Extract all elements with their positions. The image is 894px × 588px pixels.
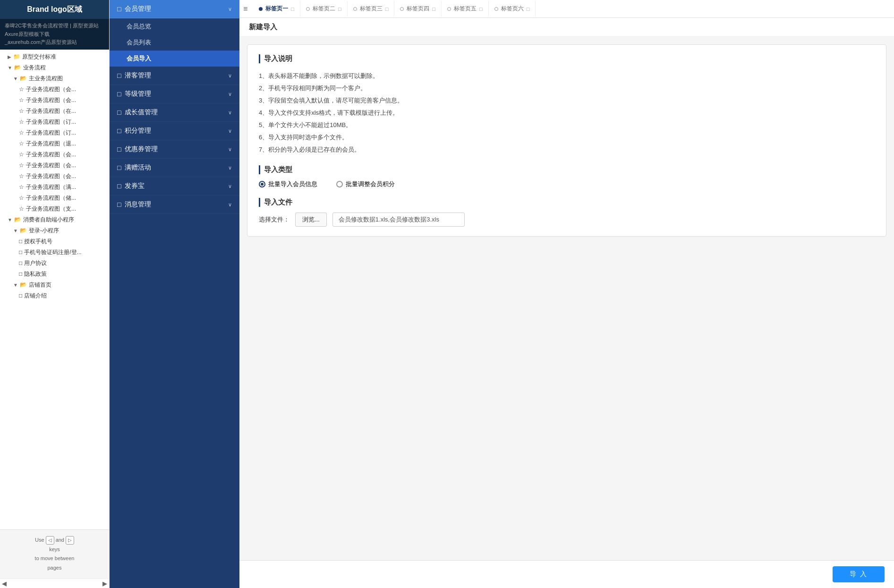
left-scroll-area: ◀ ▶ <box>0 579 109 588</box>
checkbox-icon: □ <box>117 182 121 190</box>
file-label: 选择文件： <box>259 215 289 224</box>
tab-close-btn[interactable]: □ <box>385 6 389 12</box>
list-item[interactable]: ☆ 子业务流程图（会... <box>0 160 109 171</box>
nav-item-message[interactable]: □ 消息管理 ∨ <box>110 196 239 214</box>
content-area: 导入说明 1、表头标题不能删除，示例数据可以删除。 2、手机号字段相同判断为同一… <box>239 37 894 560</box>
tree-panel[interactable]: ▶ 📁 原型交付标准 ▼ 📂 业务流程 ▼ 📂 主业务流程图 ☆ 子业务流程图（… <box>0 50 109 529</box>
tab-close-btn[interactable]: □ <box>432 6 435 12</box>
checkbox-icon: □ <box>117 5 121 13</box>
tab-2[interactable]: 标签页二 □ <box>300 1 348 17</box>
radio-group-import-type: 批量导入会员信息 批量调整会员积分 <box>259 180 875 188</box>
tab-4[interactable]: 标签页四 □ <box>394 1 442 17</box>
bottom-action-bar: 导 入 <box>239 560 894 588</box>
list-item[interactable]: □ 手机号验证码注册/登... <box>0 247 109 258</box>
tab-close-btn[interactable]: □ <box>479 6 483 12</box>
tab-3[interactable]: 标签页三 □ <box>348 1 395 17</box>
bottom-hint-area: Use ◁ and ▷ keys to move between pages <box>0 529 109 579</box>
nav-item-send-coupon[interactable]: □ 发券宝 ∨ <box>110 177 239 196</box>
page-icon: ☆ <box>19 108 24 114</box>
right-arrow-key: ▷ <box>66 536 74 545</box>
chevron-down-icon: ∨ <box>228 110 232 116</box>
page-icon: ☆ <box>19 195 24 201</box>
nav-sub-member-overview[interactable]: 会员总览 <box>110 18 239 34</box>
browse-button[interactable]: 浏览... <box>295 213 327 227</box>
tab-6[interactable]: 标签页六 □ <box>489 1 536 17</box>
tab-1[interactable]: 标签页一 □ <box>253 1 300 17</box>
list-item[interactable]: ☆ 子业务流程图（退... <box>0 138 109 149</box>
tree-arrow: ▼ <box>8 65 12 70</box>
site-info: 泰啤2C零售业务会流程管理 | 原型资源站 Axure原型模板下载 _axure… <box>0 19 109 50</box>
tab-inactive-dot <box>400 7 404 11</box>
list-item[interactable]: □ 店铺介绍 <box>0 290 109 301</box>
tabs-bar: ≡ 标签页一 □ 标签页二 □ 标签页三 □ 标签页四 □ 标签页五 □ <box>239 0 894 18</box>
folder-open-icon: 📂 <box>20 281 27 288</box>
file-names-display: 会员修改数据1.xls,会员修改数据3.xls <box>332 213 465 227</box>
left-arrow-key: ◁ <box>46 536 54 545</box>
nav-item-coupon[interactable]: □ 优惠券管理 ∨ <box>110 140 239 159</box>
nav-sub-member-import[interactable]: 会员导入 <box>110 51 239 67</box>
nav-sub-member-list[interactable]: 会员列表 <box>110 34 239 51</box>
tree-item-business-flow[interactable]: ▼ 📂 业务流程 <box>0 62 109 73</box>
chevron-down-icon: ∨ <box>228 128 232 134</box>
tab-inactive-dot <box>447 7 451 11</box>
page-icon: □ <box>19 238 22 245</box>
list-item[interactable]: ☆ 子业务流程图（会... <box>0 171 109 182</box>
list-item[interactable]: ☆ 子业务流程图（会... <box>0 95 109 106</box>
nav-item-points[interactable]: □ 积分管理 ∨ <box>110 122 239 140</box>
nav-item-level[interactable]: □ 等级管理 ∨ <box>110 85 239 103</box>
tree-item-main-flow[interactable]: ▼ 📂 主业务流程图 <box>0 73 109 84</box>
instructions-title: 导入说明 <box>259 54 875 63</box>
radio-batch-points[interactable]: 批量调整会员积分 <box>336 180 395 188</box>
tree-arrow: ▼ <box>13 76 18 81</box>
import-card: 导入说明 1、表头标题不能删除，示例数据可以删除。 2、手机号字段相同判断为同一… <box>247 44 886 237</box>
list-item[interactable]: ☆ 子业务流程图（会... <box>0 84 109 95</box>
import-button[interactable]: 导 入 <box>833 566 885 582</box>
list-item[interactable]: ☆ 子业务流程图（满... <box>0 182 109 193</box>
radio-batch-member[interactable]: 批量导入会员信息 <box>259 180 317 188</box>
nav-item-growth[interactable]: □ 成长值管理 ∨ <box>110 103 239 122</box>
tab-inactive-dot <box>494 7 498 11</box>
scroll-left-btn[interactable]: ◀ <box>2 580 7 587</box>
file-select-row: 选择文件： 浏览... 会员修改数据1.xls,会员修改数据3.xls <box>259 213 875 227</box>
list-item[interactable]: ☆ 子业务流程图（会... <box>0 149 109 160</box>
list-item[interactable]: □ 授权手机号 <box>0 236 109 247</box>
list-item[interactable]: ☆ 子业务流程图（订... <box>0 128 109 138</box>
page-icon: ☆ <box>19 86 24 93</box>
tab-5[interactable]: 标签页五 □ <box>442 1 489 17</box>
page-icon: ☆ <box>19 162 24 169</box>
chevron-down-icon: ∨ <box>228 202 232 208</box>
checkbox-icon: □ <box>117 72 121 79</box>
list-item[interactable]: ☆ 子业务流程图（在... <box>0 106 109 117</box>
list-item[interactable]: □ 用户协议 <box>0 258 109 269</box>
nav-item-gift[interactable]: □ 满赠活动 ∨ <box>110 159 239 177</box>
list-item[interactable]: ☆ 子业务流程图（订... <box>0 117 109 128</box>
radio-unselected-indicator <box>336 181 343 187</box>
list-item[interactable]: □ 隐私政策 <box>0 269 109 280</box>
tree-item-login[interactable]: ▼ 📂 登录-小程序 <box>0 225 109 236</box>
checkbox-icon: □ <box>117 145 121 153</box>
checkbox-icon: □ <box>117 201 121 208</box>
tree-item-store-home[interactable]: ▼ 📂 店铺首页 <box>0 280 109 290</box>
nav-item-member-management[interactable]: □ 会员管理 ∨ <box>110 0 239 18</box>
import-type-title: 导入类型 <box>259 165 875 174</box>
checkbox-icon: □ <box>117 127 121 135</box>
tab-close-btn[interactable]: □ <box>291 6 294 12</box>
import-file-title: 导入文件 <box>259 198 875 207</box>
hamburger-icon[interactable]: ≡ <box>243 5 247 13</box>
page-icon: ☆ <box>19 184 24 190</box>
list-item[interactable]: ☆ 子业务流程图（储... <box>0 193 109 204</box>
scroll-right-btn[interactable]: ▶ <box>102 580 107 587</box>
tab-close-btn[interactable]: □ <box>338 6 341 12</box>
tree-item-consumer[interactable]: ▼ 📂 消费者自助端小程序 <box>0 214 109 225</box>
list-item[interactable]: ☆ 子业务流程图（支... <box>0 204 109 214</box>
tree-arrow: ▶ <box>8 54 11 60</box>
tree-item-prototype-standard[interactable]: ▶ 📁 原型交付标准 <box>0 51 109 62</box>
folder-open-icon: 📂 <box>14 64 21 71</box>
nav-item-prospect[interactable]: □ 潜客管理 ∨ <box>110 67 239 85</box>
tab-close-btn[interactable]: □ <box>527 6 530 12</box>
folder-open-icon: 📂 <box>20 75 27 82</box>
folder-open-icon: 📂 <box>20 227 27 234</box>
chevron-down-icon: ∨ <box>228 73 232 79</box>
checkbox-icon: □ <box>117 109 121 116</box>
page-icon: □ <box>19 260 22 266</box>
